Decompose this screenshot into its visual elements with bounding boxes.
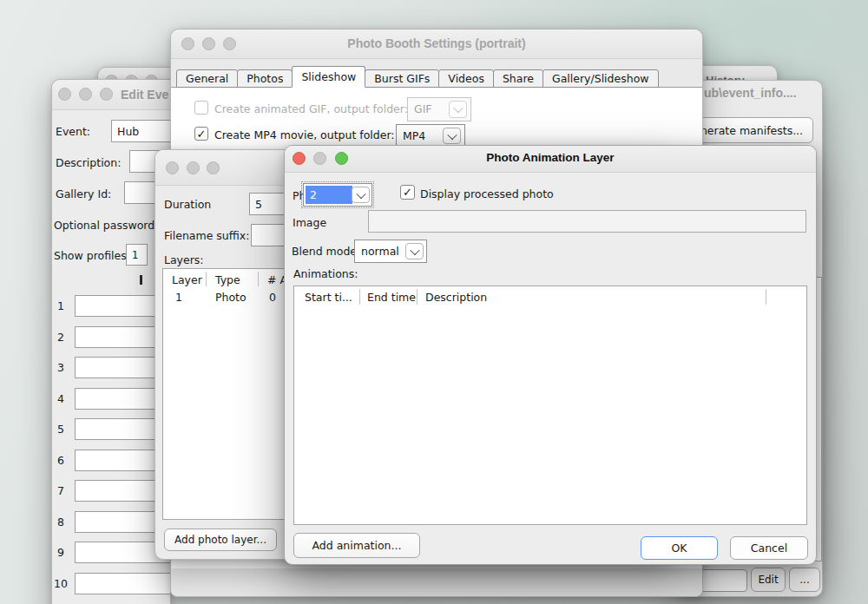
row-number: 4 <box>52 392 69 405</box>
tab-share[interactable]: Share <box>493 69 543 88</box>
tab-slideshow[interactable]: Slideshow <box>292 66 365 88</box>
add-animation-button[interactable]: Add animation... <box>293 533 420 558</box>
blend-mode-value: normal <box>357 242 405 260</box>
window-zoom-icon[interactable] <box>100 88 113 101</box>
row-number: 6 <box>52 454 69 467</box>
row-number: 10 <box>52 577 69 590</box>
row-number: 8 <box>52 515 69 528</box>
chevron-down-icon[interactable] <box>443 128 461 144</box>
event-info-title: ub\event_info.... <box>704 86 797 100</box>
window-close-icon[interactable] <box>166 161 179 174</box>
tab-videos[interactable]: Videos <box>438 69 494 88</box>
ok-button[interactable]: OK <box>641 536 718 560</box>
display-processed-label: Display processed photo <box>420 187 554 200</box>
description-label: Description: <box>56 156 121 169</box>
photo-combobox[interactable]: 2 <box>303 183 372 207</box>
photo-value: 2 <box>306 186 352 204</box>
mp4-folder-combobox[interactable]: MP4 <box>396 124 465 148</box>
cancel-button[interactable]: Cancel <box>730 536 808 560</box>
window-close-icon[interactable] <box>58 88 71 101</box>
animations-col-description[interactable]: Description <box>425 291 487 304</box>
tab-bar: General Photos Slideshow Burst GIFs Vide… <box>177 69 659 88</box>
event-label: Event: <box>56 125 90 138</box>
tab-burst-gifs[interactable]: Burst GIFs <box>365 69 439 88</box>
animations-table[interactable]: Start ti... End time Description <box>293 286 807 525</box>
clipped-text-fragment <box>140 275 142 285</box>
edit-button[interactable]: Edit <box>751 568 786 592</box>
show-profiles-input[interactable]: 1 <box>126 244 148 266</box>
animations-col-end[interactable]: End time <box>367 291 416 304</box>
duration-label: Duration <box>164 198 211 211</box>
row-number: 7 <box>52 484 69 497</box>
profile-input[interactable] <box>75 573 171 594</box>
photo-booth-title: Photo Booth Settings (portrait) <box>171 36 702 50</box>
edit-event-window: Edit Eve Event: Hub Description: Gallery… <box>51 79 171 604</box>
animations-label: Animations: <box>293 267 358 280</box>
type-cell: Photo <box>215 291 247 304</box>
filename-suffix-label: Filename suffix: <box>164 229 249 242</box>
gif-folder-combobox[interactable]: GIF <box>407 97 471 121</box>
blend-mode-combobox[interactable]: normal <box>354 240 427 263</box>
layers-col-type[interactable]: Type <box>215 273 240 286</box>
layers-label: Layers: <box>164 253 204 266</box>
photo-animation-layer-dialog: Photo Animation Layer Photo: 2 ✓ Display… <box>284 145 817 565</box>
tab-gallery-slideshow[interactable]: Gallery/Slideshow <box>542 69 659 88</box>
blend-mode-label: Blend mode: <box>292 245 360 258</box>
mp4-folder-value: MP4 <box>398 127 425 145</box>
create-mp4-checkbox[interactable]: ✓ <box>194 127 208 141</box>
row-number: 3 <box>52 361 69 374</box>
gallery-id-label: Gallery Id: <box>56 187 111 200</box>
edit-event-title: Edit Eve <box>121 88 168 102</box>
window-minimize-icon[interactable] <box>187 161 200 174</box>
create-gif-label: Create animated GIF, output folder: <box>214 102 408 115</box>
optional-password-label: Optional password <box>54 219 155 232</box>
gif-folder-value: GIF <box>410 100 432 119</box>
layers-col-layer[interactable]: Layer <box>172 273 202 286</box>
more-options-button[interactable]: ... <box>789 568 820 592</box>
tab-general[interactable]: General <box>176 69 238 88</box>
window-minimize-icon[interactable] <box>79 88 92 101</box>
animations-col-start[interactable]: Start ti... <box>305 291 352 304</box>
image-label: Image <box>293 216 326 229</box>
add-photo-layer-button[interactable]: Add photo layer... <box>164 528 277 551</box>
layer-cell: 1 <box>175 291 182 304</box>
row-number: 2 <box>52 331 69 344</box>
create-mp4-label: Create MP4 movie, output folder: <box>214 128 395 141</box>
display-processed-checkbox[interactable]: ✓ <box>400 185 415 200</box>
chevron-down-icon[interactable] <box>405 243 424 259</box>
chevron-down-icon[interactable] <box>449 101 467 118</box>
row-number: 5 <box>52 423 69 436</box>
tab-photos[interactable]: Photos <box>237 69 293 88</box>
create-gif-checkbox[interactable] <box>194 101 208 115</box>
event-input[interactable]: Hub <box>111 120 171 142</box>
window-zoom-icon[interactable] <box>207 161 220 174</box>
dialog-title: Photo Animation Layer <box>285 151 816 164</box>
row-number: 1 <box>52 299 69 312</box>
row-number: 9 <box>52 546 69 559</box>
image-input[interactable] <box>368 210 806 233</box>
count-cell: 0 <box>269 291 276 304</box>
chevron-down-icon[interactable] <box>352 187 370 203</box>
show-profiles-label: Show profiles: <box>54 249 130 262</box>
generate-manifests-button[interactable]: nerate manifests... <box>690 117 813 143</box>
